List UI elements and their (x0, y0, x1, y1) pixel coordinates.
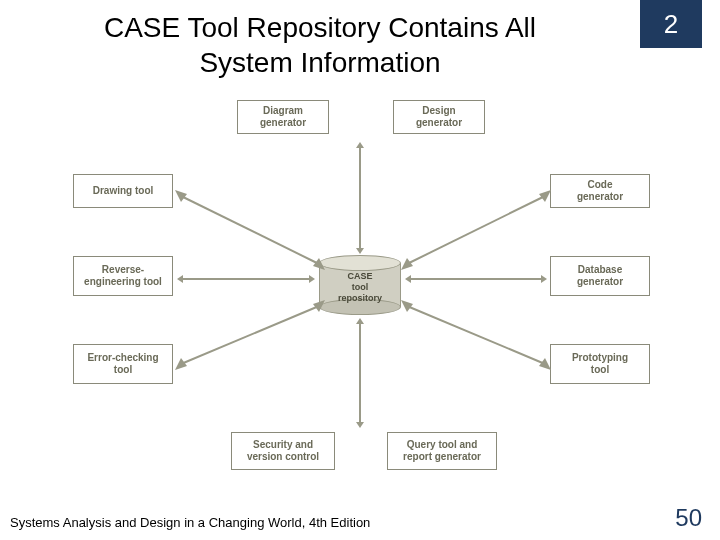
svg-line-0 (181, 196, 319, 264)
node-label: Drawing tool (93, 185, 154, 197)
chapter-badge: 2 (640, 0, 702, 48)
node-label: Database generator (577, 264, 623, 288)
arrow-upper-left (175, 190, 325, 270)
arrow-left-mid (183, 278, 309, 280)
node-label: Security and version control (247, 439, 319, 463)
arrow-lower-left (175, 300, 325, 370)
node-design-generator: Design generator (393, 100, 485, 134)
repository-label: CASE tool repository (319, 271, 401, 303)
node-label: Error-checking tool (87, 352, 158, 376)
arrow-right-mid (411, 278, 541, 280)
arrow-top (359, 148, 361, 248)
node-label: Reverse- engineering tool (84, 264, 162, 288)
svg-line-9 (407, 306, 545, 364)
node-reverse-engineering: Reverse- engineering tool (73, 256, 173, 296)
svg-marker-1 (175, 190, 187, 202)
node-database-generator: Database generator (550, 256, 650, 296)
node-label: Design generator (416, 105, 462, 129)
node-label: Code generator (577, 179, 623, 203)
node-error-checking: Error-checking tool (73, 344, 173, 384)
node-label: Prototyping tool (572, 352, 628, 376)
arrow-bottom (359, 324, 361, 422)
svg-marker-2 (313, 258, 325, 270)
page-number: 50 (675, 504, 702, 532)
svg-marker-4 (175, 358, 187, 370)
svg-marker-10 (401, 300, 413, 312)
repository-cylinder: CASE tool repository (319, 255, 401, 315)
node-code-generator: Code generator (550, 174, 650, 208)
arrow-upper-right (401, 190, 551, 270)
diagram-area: Diagram generator Design generator Drawi… (35, 100, 685, 480)
svg-line-6 (407, 196, 545, 264)
node-prototyping: Prototyping tool (550, 344, 650, 384)
node-label: Query tool and report generator (403, 439, 481, 463)
node-label: Diagram generator (260, 105, 306, 129)
node-drawing-tool: Drawing tool (73, 174, 173, 208)
svg-marker-11 (539, 358, 551, 370)
node-security-version: Security and version control (231, 432, 335, 470)
node-diagram-generator: Diagram generator (237, 100, 329, 134)
arrow-lower-right (401, 300, 551, 370)
node-query-report: Query tool and report generator (387, 432, 497, 470)
page-title: CASE Tool Repository Contains All System… (60, 10, 580, 80)
svg-line-3 (181, 306, 319, 364)
footer-text: Systems Analysis and Design in a Changin… (10, 515, 370, 530)
svg-marker-7 (401, 258, 413, 270)
svg-marker-8 (539, 190, 551, 202)
